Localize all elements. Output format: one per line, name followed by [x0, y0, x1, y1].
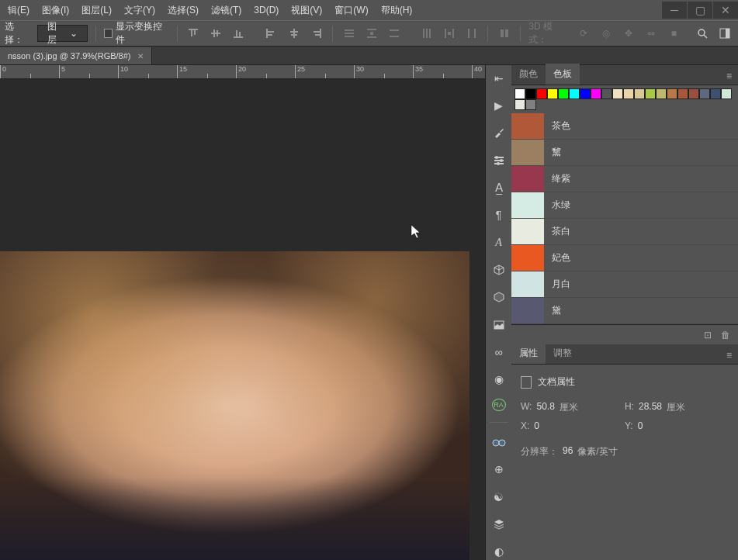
menu-3d[interactable]: 3D(D) — [248, 2, 285, 19]
swatch-small[interactable] — [699, 88, 710, 99]
swatch-small[interactable] — [677, 88, 688, 99]
menu-filter[interactable]: 滤镜(T) — [205, 1, 248, 20]
swatch-small[interactable] — [612, 88, 623, 99]
3d-pan-icon[interactable]: ✥ — [621, 25, 637, 42]
color-list-item[interactable]: 茶色 — [511, 113, 738, 140]
color-panel-tabs: 颜色 色板 ≡ — [511, 65, 738, 85]
menu-text[interactable]: 文字(Y) — [118, 1, 161, 20]
menu-select[interactable]: 选择(S) — [161, 1, 205, 20]
workspace-icon[interactable] — [717, 25, 733, 42]
color-list-item[interactable]: 绛紫 — [511, 166, 738, 192]
distribute-6-icon[interactable] — [463, 25, 480, 42]
cube-icon[interactable] — [490, 261, 508, 278]
3d-roll-icon[interactable]: ◎ — [598, 25, 615, 42]
align-vcenter-icon[interactable] — [208, 25, 224, 42]
swatch-small[interactable] — [525, 88, 536, 99]
cube-dark-icon[interactable] — [490, 289, 508, 306]
show-transform-checkbox[interactable]: 显示变换控件 — [104, 20, 169, 47]
swatch-small[interactable] — [656, 88, 667, 99]
settings-icon[interactable] — [490, 152, 508, 168]
menu-view[interactable]: 视图(V) — [285, 1, 328, 20]
menu-layer[interactable]: 图层(L) — [75, 1, 118, 20]
distribute-1-icon[interactable] — [341, 25, 357, 42]
char-icon[interactable]: A̲ — [490, 179, 508, 195]
tab-properties[interactable]: 属性 — [511, 343, 546, 364]
swatch-small[interactable] — [688, 88, 699, 99]
align-bottom-icon[interactable] — [230, 25, 247, 42]
swatch-small[interactable] — [536, 88, 547, 99]
menu-edit[interactable]: 辑(E) — [2, 1, 36, 20]
color-list-item[interactable]: 黛 — [511, 298, 738, 324]
swatch-small[interactable] — [634, 88, 645, 99]
brush-icon[interactable] — [490, 125, 508, 141]
swatch-small[interactable] — [569, 88, 580, 99]
image-icon[interactable] — [490, 316, 508, 333]
swatch-small[interactable] — [601, 88, 612, 99]
swatch-small[interactable] — [667, 88, 677, 99]
tab-adjustments[interactable]: 调整 — [546, 343, 580, 364]
collapse-handle-icon[interactable]: ⇤ — [490, 70, 508, 86]
play-icon[interactable]: ▶ — [490, 97, 508, 113]
color-list-item[interactable]: 黧 — [511, 140, 738, 166]
distribute-2-icon[interactable] — [363, 25, 379, 42]
glyph-icon[interactable]: A — [490, 234, 508, 251]
swatch-small[interactable] — [580, 88, 591, 99]
distribute-3-icon[interactable] — [386, 25, 402, 42]
binoculars-icon[interactable] — [490, 434, 508, 450]
panel-menu-icon[interactable]: ≡ — [720, 347, 738, 364]
delete-swatch-icon[interactable]: 🗑 — [721, 330, 730, 340]
y-value[interactable]: 0 — [638, 420, 643, 431]
x-value[interactable]: 0 — [534, 420, 539, 431]
tab-color[interactable]: 颜色 — [511, 64, 546, 85]
swatch-small[interactable] — [645, 88, 656, 99]
color-list-item[interactable]: 水绿 — [511, 192, 738, 219]
3d-slide-icon[interactable]: ⇔ — [643, 25, 660, 42]
swirl-icon[interactable]: ◉ — [490, 372, 508, 388]
target-icon[interactable]: ⊕ — [490, 461, 508, 478]
distribute-4-icon[interactable] — [418, 25, 435, 42]
swatch-small[interactable] — [515, 99, 525, 110]
maximize-button[interactable]: ▢ — [687, 2, 712, 19]
3d-camera-icon[interactable]: ■ — [666, 25, 682, 42]
yinyang-icon[interactable]: ☯ — [490, 489, 508, 505]
more-options-icon[interactable] — [496, 25, 512, 42]
layers-icon[interactable] — [490, 516, 508, 532]
color-list-item[interactable]: 妃色 — [511, 245, 738, 271]
swatch-small[interactable] — [721, 88, 732, 99]
align-left-icon[interactable] — [263, 25, 279, 42]
res-value[interactable]: 96 — [563, 445, 573, 458]
menu-window[interactable]: 窗口(W) — [328, 1, 374, 20]
paragraph-icon[interactable]: ¶ — [490, 207, 508, 223]
align-top-icon[interactable] — [185, 25, 202, 42]
swatch-small[interactable] — [558, 88, 569, 99]
select-dropdown[interactable]: 图层 ⌄ — [37, 25, 87, 42]
h-value[interactable]: 28.58 — [639, 401, 662, 414]
swatch-small[interactable] — [515, 88, 525, 99]
ra-icon[interactable]: RA — [492, 399, 506, 411]
3d-orbit-icon[interactable]: ⟳ — [576, 25, 592, 42]
align-right-icon[interactable] — [308, 25, 324, 42]
swatch-small[interactable] — [710, 88, 721, 99]
circle-icon[interactable]: ◐ — [490, 544, 508, 560]
menu-help[interactable]: 帮助(H) — [375, 1, 419, 20]
w-value[interactable]: 50.8 — [536, 401, 554, 414]
swatch-small[interactable] — [525, 99, 536, 110]
swatch-small[interactable] — [591, 88, 601, 99]
panel-menu-icon[interactable]: ≡ — [720, 67, 738, 85]
color-list-item[interactable]: 茶白 — [511, 219, 738, 245]
swatch-small[interactable] — [547, 88, 558, 99]
search-icon[interactable] — [695, 25, 711, 42]
canvas-image[interactable] — [0, 251, 469, 560]
link-icon[interactable]: ∞ — [490, 344, 508, 360]
distribute-5-icon[interactable] — [441, 25, 457, 42]
swatch-small[interactable] — [623, 88, 634, 99]
close-button[interactable]: ✕ — [712, 2, 738, 19]
align-hcenter-icon[interactable] — [286, 25, 302, 42]
tab-swatches[interactable]: 色板 — [546, 64, 580, 85]
minimize-button[interactable]: ─ — [661, 2, 687, 19]
close-tab-icon[interactable]: ✕ — [137, 52, 144, 60]
document-tab[interactable]: nsson (3).jpg @ 37.9%(RGB/8#) ✕ — [0, 47, 152, 64]
color-list-item[interactable]: 月白 — [511, 271, 738, 298]
menu-image[interactable]: 图像(I) — [36, 1, 75, 20]
new-swatch-icon[interactable]: ⊡ — [704, 330, 712, 340]
